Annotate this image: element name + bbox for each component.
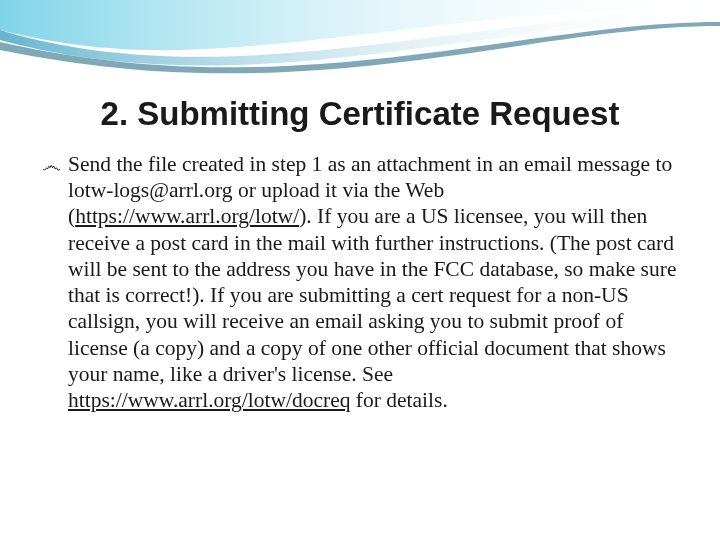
- bullet-block: ෴ Send the file created in step 1 as an …: [40, 151, 680, 413]
- lotw-link[interactable]: https://www.arrl.org/lotw/: [75, 204, 299, 228]
- slide-title: 2. Submitting Certificate Request: [40, 95, 680, 133]
- docreq-link[interactable]: https://www.arrl.org/lotw/docreq: [68, 388, 350, 412]
- body-paragraph: Send the file created in step 1 as an at…: [68, 151, 680, 413]
- text-run-3: for details.: [350, 388, 447, 412]
- bullet-icon: ෴: [40, 151, 68, 177]
- slide-content: 2. Submitting Certificate Request ෴ Send…: [0, 0, 720, 443]
- text-run-2: ). If you are a US licensee, you will th…: [68, 204, 676, 385]
